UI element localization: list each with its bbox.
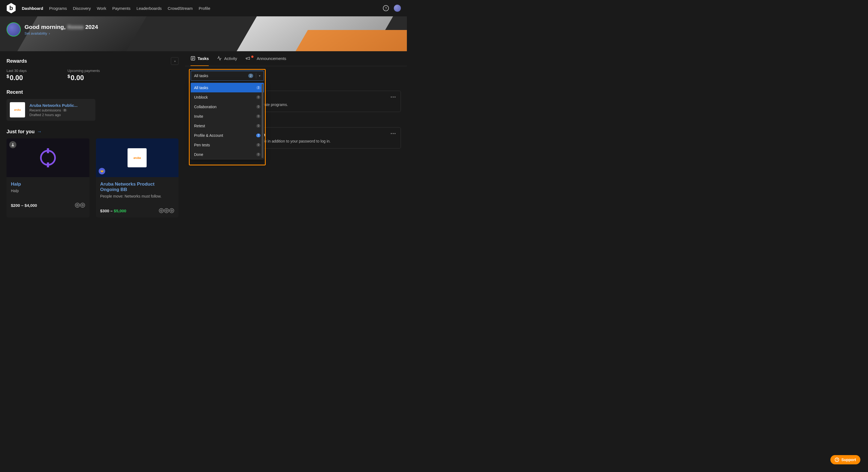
filter-option-unblock[interactable]: Unblock0 <box>191 92 264 102</box>
bugcrowd-logo[interactable]: b <box>6 3 17 13</box>
filter-option-retest[interactable]: Retest0 <box>191 121 264 130</box>
tasks-filter-dropdown: All tasks 2 ▾ All tasks2 Unblock0 Collab… <box>190 71 264 81</box>
filter-dropdown-button[interactable]: All tasks 2 ▾ <box>190 71 264 81</box>
rewards-title: Rewards ›‹ <box>6 57 179 65</box>
main-content: Rewards ›‹ Last 30 days $0.00 Upcoming p… <box>0 51 407 221</box>
tasks-tabs: Tasks Activity Announcements <box>185 51 407 66</box>
topbar: b Dashboard Programs Discovery Work Paym… <box>0 0 407 17</box>
card-banner <box>6 138 89 177</box>
recent-program-name: Aruba Networks Public... <box>29 103 78 108</box>
just-for-you-title[interactable]: Just for you → <box>6 129 179 135</box>
chevron-right-icon: › <box>49 31 50 35</box>
aruba-logo-icon: aruba <box>128 148 147 167</box>
filter-dropdown-menu: All tasks2 Unblock0 Collaboration0 Invit… <box>190 83 264 159</box>
jfy-card-aruba[interactable]: aruba 🤝 Aruba Networks Product Ongoing B… <box>96 138 179 217</box>
stat-last-30-label: Last 30 days <box>6 69 27 73</box>
handshake-icon: 🤝 <box>99 168 105 175</box>
list-icon <box>190 56 195 61</box>
nav-links: Dashboard Programs Discovery Work Paymen… <box>22 6 210 11</box>
card-title: Aruba Networks Product Ongoing BB <box>100 182 175 192</box>
card-banner: aruba 🤝 <box>96 138 179 177</box>
recent-submissions: Recent submissions 0 <box>29 108 78 112</box>
card-subtitle: Halp <box>11 189 85 193</box>
rewards-stats: Last 30 days $0.00 Upcoming payments $0.… <box>6 69 179 82</box>
filter-option-done[interactable]: Done0 <box>191 150 264 159</box>
filter-option-pen-tests[interactable]: Pen tests0 <box>191 140 264 150</box>
tab-announcements[interactable]: Announcements <box>245 51 286 66</box>
hero-banner: Good morning, Xxxxx 2024 Set availabilit… <box>0 17 407 51</box>
collapse-button[interactable]: ›‹ <box>171 57 179 65</box>
nav-profile[interactable]: Profile <box>199 6 210 11</box>
nav-discovery[interactable]: Discovery <box>73 6 91 11</box>
user-avatar[interactable] <box>394 5 401 12</box>
nav-leaderboards[interactable]: Leaderboards <box>136 6 162 11</box>
tab-activity[interactable]: Activity <box>217 51 237 66</box>
card-title: Halp <box>11 182 85 187</box>
nav-work[interactable]: Work <box>97 6 106 11</box>
topbar-right: ? <box>383 5 401 12</box>
recent-title: Recent <box>6 89 179 95</box>
nav-programs[interactable]: Programs <box>49 6 67 11</box>
filter-option-collaboration[interactable]: Collaboration0 <box>191 102 264 112</box>
left-column: Rewards ›‹ Last 30 days $0.00 Upcoming p… <box>0 51 185 221</box>
greeting-text: Good morning, Xxxxx 2024 <box>25 24 98 30</box>
megaphone-icon <box>245 56 250 61</box>
nav-payments[interactable]: Payments <box>112 6 130 11</box>
arrow-right-icon: → <box>37 129 42 135</box>
stat-upcoming-value: $0.00 <box>68 74 100 82</box>
filter-option-all-tasks[interactable]: All tasks2 <box>191 83 264 92</box>
more-icon[interactable]: ••• <box>391 131 396 136</box>
jfy-cards: Halp Halp $200 – $4,000 aruba 🤝 <box>6 138 179 217</box>
right-column: Tasks Activity Announcements All tasks 2… <box>185 51 407 221</box>
chevron-down-icon: ▾ <box>259 74 260 78</box>
notification-dot <box>251 56 253 58</box>
filter-option-profile-account[interactable]: Profile & Account2 <box>191 130 264 140</box>
filter-option-invite[interactable]: Invite0 <box>191 112 264 121</box>
card-subtitle: People move: Networks must follow. <box>100 194 175 198</box>
target-icons <box>75 203 85 208</box>
more-icon[interactable]: ••• <box>391 95 396 99</box>
stat-last-30: Last 30 days $0.00 <box>6 69 27 82</box>
tasks-area: All tasks 2 ▾ All tasks2 Unblock0 Collab… <box>185 66 407 85</box>
nav-crowdstream[interactable]: CrowdStream <box>167 6 193 11</box>
dropdown-scrollbar[interactable] <box>261 84 263 158</box>
help-icon[interactable]: ? <box>383 5 389 11</box>
set-availability-link[interactable]: Set availability › <box>25 31 98 35</box>
activity-icon <box>217 56 222 61</box>
reward-range: $300 – $5,000 <box>100 209 126 213</box>
stat-upcoming-label: Upcoming payments <box>68 69 100 73</box>
hero-content: Good morning, Xxxxx 2024 Set availabilit… <box>0 17 407 42</box>
hero-avatar[interactable] <box>6 22 21 36</box>
selected-count-badge: 2 <box>248 73 253 78</box>
svg-point-0 <box>12 143 13 145</box>
halp-logo-icon <box>40 150 56 166</box>
nav-dashboard[interactable]: Dashboard <box>22 6 43 11</box>
recent-card[interactable]: aruba Aruba Networks Public... Recent su… <box>6 99 95 121</box>
reward-range: $200 – $4,000 <box>11 203 37 208</box>
stat-last-30-value: $0.00 <box>6 74 27 82</box>
target-icons <box>159 208 174 213</box>
stat-upcoming: Upcoming payments $0.00 <box>68 69 100 82</box>
tab-tasks[interactable]: Tasks <box>190 51 209 66</box>
recent-time: Drafted 2 hours ago <box>29 113 78 117</box>
jfy-card-halp[interactable]: Halp Halp $200 – $4,000 <box>6 138 89 217</box>
recent-count-badge: 0 <box>63 109 67 112</box>
person-icon <box>9 141 17 148</box>
recent-logo: aruba <box>10 102 25 118</box>
